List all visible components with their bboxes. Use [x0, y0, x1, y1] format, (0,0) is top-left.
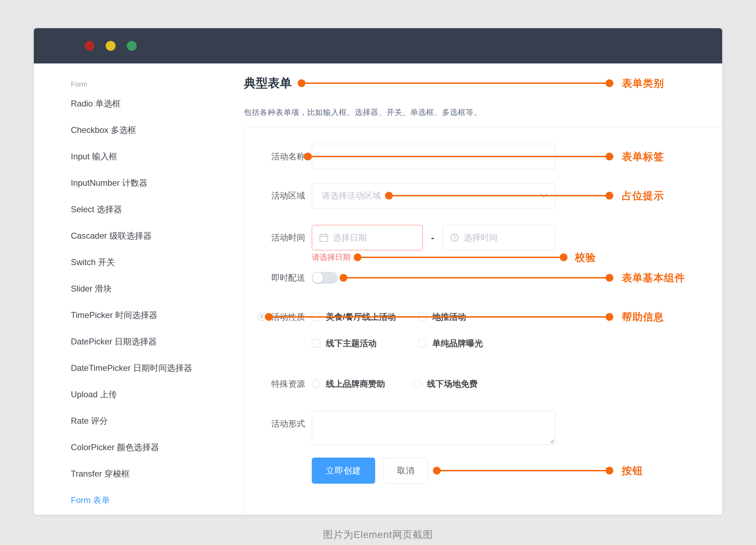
- annotation-dot: [340, 274, 347, 282]
- annotation-label-help-info: 帮助信息: [622, 310, 664, 324]
- sidebar-item-checkbox[interactable]: Checkbox 多选框: [71, 124, 136, 136]
- sidebar-item-upload[interactable]: Upload 上传: [71, 389, 117, 400]
- image-caption: 图片为Element网页截图: [0, 528, 756, 541]
- annotation-dot: [385, 192, 393, 200]
- page-title: 典型表单: [244, 75, 292, 91]
- annotation-dot: [265, 313, 273, 321]
- sidebar-section-form: Form: [71, 80, 87, 88]
- page-description: 包括各种表单项，比如输入框、选择器、开关、单选框、多选框等。: [244, 107, 482, 118]
- zoom-window-icon[interactable]: [127, 41, 137, 51]
- annotation-label-form-label: 表单标签: [622, 150, 664, 164]
- annotation-dot: [606, 192, 613, 200]
- radio-offline-venue-free[interactable]: [413, 380, 421, 388]
- sidebar-item-cascader[interactable]: Cascader 级联选择器: [71, 230, 151, 241]
- field-label-activity-name: 活动名称: [242, 151, 305, 162]
- sidebar-item-timepicker[interactable]: TimePicker 时间选择器: [71, 310, 157, 321]
- activity-zone-placeholder: 请选择活动区域: [322, 190, 381, 201]
- field-label-instant-delivery: 即时配送: [242, 272, 305, 283]
- browser-window: Form Radio 单选框 Checkbox 多选框 Input 输入框 In…: [34, 28, 722, 515]
- annotation-dot: [606, 79, 613, 87]
- sidebar-item-form[interactable]: Form 表单: [71, 495, 110, 506]
- sidebar-item-inputnumber[interactable]: InputNumber 计数器: [71, 177, 147, 189]
- annotation-dot: [606, 274, 613, 282]
- annotation-line-validation: [358, 257, 564, 258]
- date-picker-input[interactable]: [312, 225, 423, 250]
- time-picker-input[interactable]: [442, 225, 556, 250]
- sidebar-item-colorpicker[interactable]: ColorPicker 颜色选择器: [71, 442, 159, 453]
- instant-delivery-switch[interactable]: [312, 272, 338, 284]
- switch-knob: [312, 272, 323, 283]
- radio-label-online-brand-sponsor[interactable]: 线上品牌商赞助: [326, 378, 385, 390]
- field-label-activity-form: 活动形式: [242, 418, 305, 429]
- annotation-dot: [304, 153, 312, 160]
- field-label-activity-time: 活动时间: [242, 232, 305, 243]
- clock-icon: [450, 233, 459, 242]
- sidebar-item-datepicker[interactable]: DatePicker 日期选择器: [71, 336, 157, 347]
- cancel-button[interactable]: 取消: [384, 458, 428, 484]
- annotation-line-form-label: [308, 156, 609, 157]
- annotation-line-form-category: [302, 82, 609, 84]
- sidebar-item-transfer[interactable]: Transfer 穿梭框: [71, 468, 130, 479]
- annotation-line-placeholder: [389, 195, 609, 196]
- checkbox-offline-theme[interactable]: [312, 339, 320, 348]
- range-separator: -: [431, 232, 434, 243]
- radio-online-brand-sponsor[interactable]: [312, 380, 320, 388]
- field-label-special-resources: 特殊资源: [242, 378, 305, 390]
- annotation-line-help-info: [269, 316, 609, 318]
- annotation-dot: [354, 253, 361, 261]
- annotation-line-buttons: [437, 470, 609, 471]
- sidebar-item-radio[interactable]: Radio 单选框: [71, 98, 120, 109]
- activity-form-textarea[interactable]: [312, 411, 556, 445]
- annotation-line-basic-components: [343, 277, 609, 278]
- sidebar-item-slider[interactable]: Slider 滑块: [71, 283, 112, 294]
- page: { "sidebar": { "section": "Form", "items…: [0, 0, 756, 545]
- sidebar-item-input[interactable]: Input 输入框: [71, 151, 117, 162]
- minimize-window-icon[interactable]: [106, 41, 116, 51]
- annotation-dot: [433, 467, 441, 474]
- time-picker-placeholder: 选择时间: [464, 232, 497, 243]
- sidebar-item-datetimepicker[interactable]: DateTimePicker 日期时间选择器: [71, 362, 192, 374]
- annotation-dot: [560, 253, 568, 261]
- field-label-activity-zone: 活动区域: [242, 190, 305, 201]
- date-picker-placeholder: 选择日期: [333, 232, 367, 243]
- sidebar-item-switch[interactable]: Switch 开关: [71, 257, 115, 268]
- resize-handle-icon[interactable]: [549, 439, 554, 443]
- radio-label-offline-venue-free[interactable]: 线下场地免费: [427, 378, 478, 390]
- annotation-dot: [298, 79, 305, 87]
- checkbox-label-offline-theme[interactable]: 线下主题活动: [326, 338, 377, 349]
- annotation-label-validation: 校验: [575, 251, 596, 265]
- annotation-label-placeholder: 占位提示: [622, 189, 664, 203]
- annotation-dot: [606, 153, 613, 160]
- validation-error-text: 请选择日期: [312, 252, 351, 263]
- annotation-label-form-category: 表单类别: [622, 76, 664, 91]
- window-titlebar: [34, 28, 722, 63]
- checkbox-brand-exposure[interactable]: [418, 339, 427, 348]
- annotation-dot: [606, 313, 613, 321]
- annotation-dot: [606, 467, 613, 474]
- annotation-label-buttons: 按钮: [622, 464, 643, 478]
- create-button[interactable]: 立即创建: [312, 458, 375, 484]
- close-window-icon[interactable]: [85, 41, 94, 51]
- checkbox-label-brand-exposure[interactable]: 单纯品牌曝光: [432, 338, 483, 349]
- calendar-icon: [319, 233, 328, 242]
- sidebar-item-select[interactable]: Select 选择器: [71, 204, 122, 215]
- annotation-label-basic-components: 表单基本组件: [622, 271, 685, 285]
- sidebar-item-rate[interactable]: Rate 评分: [71, 415, 108, 427]
